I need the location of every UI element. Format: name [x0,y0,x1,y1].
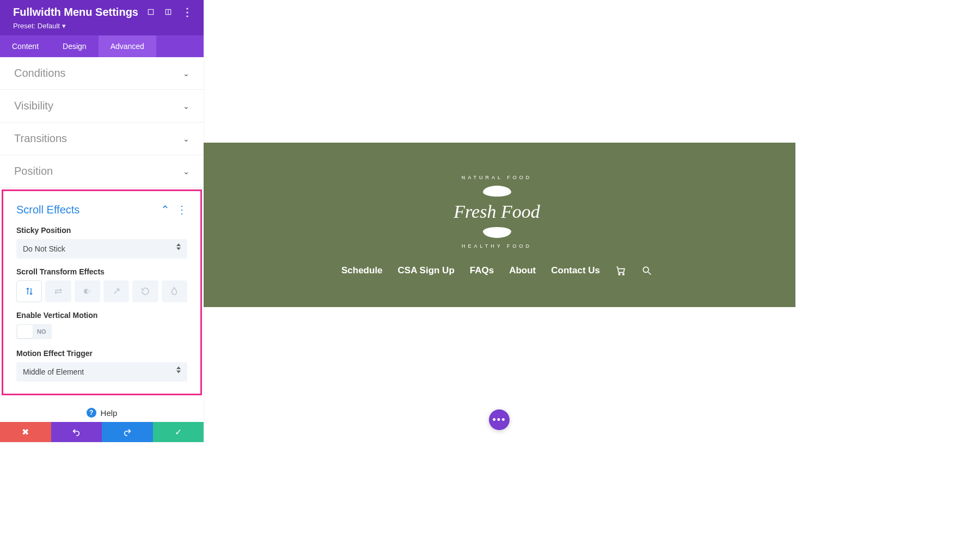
help-icon: ? [87,408,96,418]
preset-dropdown[interactable]: Preset: Default ▾ [13,22,193,30]
columns-icon[interactable] [164,8,172,16]
search-icon[interactable] [641,265,652,276]
panel-tabs: Content Design Advanced [0,35,204,57]
logo-name: Fresh Food [454,201,540,222]
sticky-position-label: Sticky Position [16,226,187,235]
nav-faqs[interactable]: FAQs [470,265,494,276]
svg-point-1 [623,273,624,275]
nav-contact[interactable]: Contact Us [551,265,600,276]
redo-button[interactable] [102,422,153,442]
nav-about[interactable]: About [509,265,536,276]
preview-menu-band: NATURAL FOOD Fresh Food HEALTHY FOOD Sch… [198,143,795,307]
chevron-down-icon: ⌄ [183,69,189,78]
nav-csa[interactable]: CSA Sign Up [398,265,455,276]
leaf-icon [483,186,511,197]
effect-scale[interactable] [103,280,129,302]
toggle-knob [17,325,33,338]
section-scroll-effects[interactable]: Scroll Effects ⌃⋮ [3,191,200,222]
expand-icon[interactable] [147,8,155,16]
panel-title: Fullwidth Menu Settings [13,6,138,19]
chevron-down-icon: ⌄ [183,167,189,176]
chevron-down-icon: ⌄ [183,102,189,111]
section-transitions[interactable]: Transitions⌄ [0,123,204,155]
panel-header: Fullwidth Menu Settings ⋮ Preset: Defaul… [0,0,204,35]
section-position[interactable]: Position⌄ [0,155,204,187]
preview-logo: NATURAL FOOD Fresh Food HEALTHY FOOD [448,174,546,250]
motion-trigger-select[interactable]: Middle of Element [16,362,187,382]
vertical-motion-toggle[interactable]: NO [16,324,52,339]
effect-fade[interactable] [75,280,100,302]
settings-panel: Fullwidth Menu Settings ⋮ Preset: Defaul… [0,0,204,442]
nav-schedule[interactable]: Schedule [341,265,383,276]
tab-content[interactable]: Content [0,35,51,57]
chevron-down-icon: ⌄ [183,134,189,143]
svg-point-8 [87,289,91,293]
effect-horizontal[interactable] [45,280,71,302]
transform-effects-label: Scroll Transform Effects [16,267,187,276]
tab-design[interactable]: Design [51,35,99,57]
effect-blur[interactable] [162,280,187,302]
section-scroll-effects-highlight: Scroll Effects ⌃⋮ Sticky Position Do Not… [2,189,202,395]
effect-vertical[interactable] [16,280,42,302]
undo-button[interactable] [51,422,102,442]
logo-arc-top: NATURAL FOOD [448,175,546,180]
save-button[interactable]: ✓ [153,422,204,442]
logo-arc-bottom: HEALTHY FOOD [448,243,546,249]
help-link[interactable]: ? Help [0,397,204,422]
transform-effects-row [16,280,187,302]
tab-advanced[interactable]: Advanced [99,35,156,57]
svg-point-2 [643,267,648,272]
chevron-up-icon: ⌃ [161,203,170,216]
preview-nav: Schedule CSA Sign Up FAQs About Contact … [341,265,652,276]
section-visibility[interactable]: Visibility⌄ [0,90,204,122]
svg-line-3 [648,272,651,275]
more-icon[interactable]: ⋮ [176,203,187,216]
more-icon[interactable]: ⋮ [182,5,193,19]
leaf-icon [483,227,511,238]
toggle-label: NO [33,328,51,335]
svg-point-0 [618,273,620,275]
page-settings-fab[interactable]: ••• [489,409,510,430]
motion-trigger-label: Motion Effect Trigger [16,349,187,358]
cart-icon[interactable] [615,265,626,276]
panel-footer: ✖ ✓ [0,422,204,442]
close-button[interactable]: ✖ [0,422,51,442]
sticky-position-select[interactable]: Do Not Stick [16,239,187,259]
svg-rect-4 [148,9,153,14]
vertical-motion-label: Enable Vertical Motion [16,311,187,320]
effect-rotate[interactable] [132,280,158,302]
panel-sections: Conditions⌄ Visibility⌄ Transitions⌄ Pos… [0,57,204,422]
section-conditions[interactable]: Conditions⌄ [0,57,204,89]
